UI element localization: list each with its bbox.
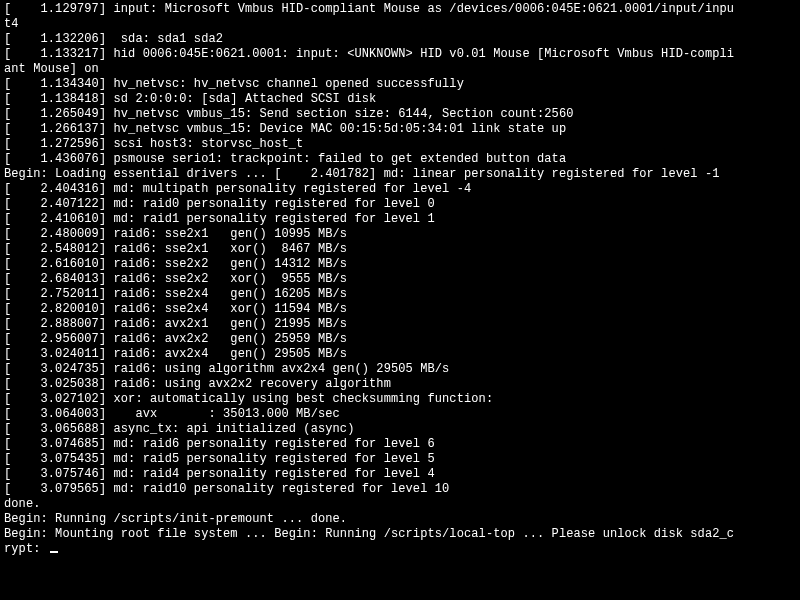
console-line: [ 2.956007] raid6: avx2x2 gen() 25959 MB… [4,332,796,347]
console-line: [ 3.025038] raid6: using avx2x2 recovery… [4,377,796,392]
console-line: [ 1.266137] hv_netvsc vmbus_15: Device M… [4,122,796,137]
console-line: [ 2.407122] md: raid0 personality regist… [4,197,796,212]
console-line: [ 3.024011] raid6: avx2x4 gen() 29505 MB… [4,347,796,362]
console-line: [ 2.616010] raid6: sse2x2 gen() 14312 MB… [4,257,796,272]
cursor [50,551,58,553]
console-line: [ 1.272596] scsi host3: storvsc_host_t [4,137,796,152]
boot-console[interactable]: [ 1.129797] input: Microsoft Vmbus HID-c… [0,0,800,559]
console-line: [ 2.404316] md: multipath personality re… [4,182,796,197]
console-line: Begin: Running /scripts/init-premount ..… [4,512,796,527]
console-line: [ 3.075435] md: raid5 personality regist… [4,452,796,467]
console-line: [ 2.820010] raid6: sse2x4 xor() 11594 MB… [4,302,796,317]
console-line: t4 [4,17,796,32]
console-line: [ 1.132206] sda: sda1 sda2 [4,32,796,47]
console-line: [ 1.129797] input: Microsoft Vmbus HID-c… [4,2,796,17]
console-line: [ 3.079565] md: raid10 personality regis… [4,482,796,497]
console-line: [ 3.027102] xor: automatically using bes… [4,392,796,407]
console-line: [ 1.265049] hv_netvsc vmbus_15: Send sec… [4,107,796,122]
console-line: rypt: [4,542,796,557]
console-line: Begin: Loading essential drivers ... [ 2… [4,167,796,182]
console-line: done. [4,497,796,512]
console-line: [ 2.548012] raid6: sse2x1 xor() 8467 MB/… [4,242,796,257]
console-line: ant Mouse] on [4,62,796,77]
console-line: [ 2.410610] md: raid1 personality regist… [4,212,796,227]
console-line: [ 3.075746] md: raid4 personality regist… [4,467,796,482]
console-line: [ 3.074685] md: raid6 personality regist… [4,437,796,452]
console-line: Begin: Mounting root file system ... Beg… [4,527,796,542]
console-line: [ 1.138418] sd 2:0:0:0: [sda] Attached S… [4,92,796,107]
console-line: [ 3.024735] raid6: using algorithm avx2x… [4,362,796,377]
console-line: [ 2.684013] raid6: sse2x2 xor() 9555 MB/… [4,272,796,287]
console-line: [ 3.064003] avx : 35013.000 MB/sec [4,407,796,422]
console-line: [ 2.752011] raid6: sse2x4 gen() 16205 MB… [4,287,796,302]
console-line: [ 1.133217] hid 0006:045E:0621.0001: inp… [4,47,796,62]
console-line: [ 2.888007] raid6: avx2x1 gen() 21995 MB… [4,317,796,332]
console-line: [ 1.134340] hv_netvsc: hv_netvsc channel… [4,77,796,92]
console-line: [ 3.065688] async_tx: api initialized (a… [4,422,796,437]
console-line: [ 2.480009] raid6: sse2x1 gen() 10995 MB… [4,227,796,242]
console-line: [ 1.436076] psmouse serio1: trackpoint: … [4,152,796,167]
